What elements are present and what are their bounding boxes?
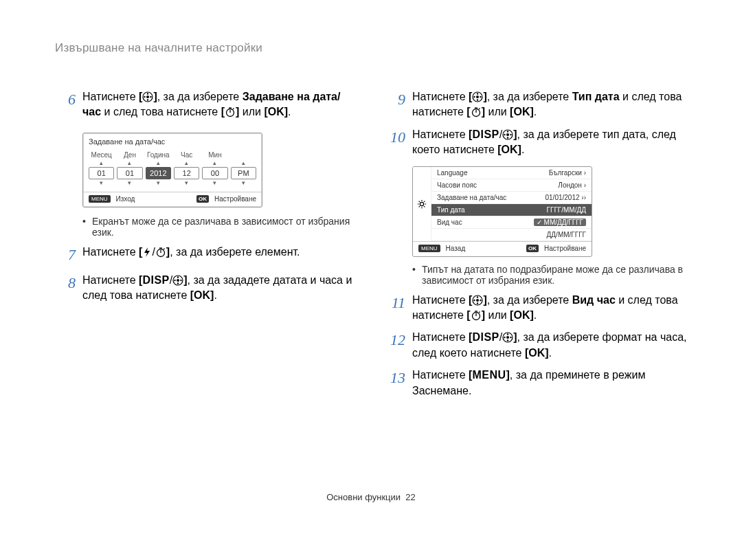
- k: Тип дата: [437, 206, 465, 214]
- step-text: Натиснете [], за да изберете Тип дата и …: [412, 89, 687, 120]
- step-8: 8 Натиснете [DISP/], за да зададете дата…: [55, 273, 357, 304]
- settings-screen: LanguageБългарски › Часови поясЛондон › …: [412, 166, 592, 257]
- t: и след това натиснете: [101, 106, 221, 117]
- lbl: Година: [146, 151, 171, 159]
- disp-icon: DISP: [472, 331, 499, 343]
- t: .: [534, 309, 537, 321]
- step-number: 13: [385, 368, 412, 399]
- set-label: Настройване: [544, 245, 586, 252]
- svg-point-58: [507, 340, 508, 341]
- t: , за да изберете: [487, 91, 572, 102]
- t: Натиснете: [412, 369, 469, 381]
- svg-line-41: [419, 201, 420, 201]
- v: 12: [174, 167, 199, 179]
- svg-point-19: [180, 279, 181, 280]
- left-column: 6 Натиснете [], за да изберете Задаване …: [55, 82, 357, 405]
- svg-line-54: [479, 311, 480, 313]
- k: Часови пояс: [437, 181, 477, 189]
- step-number: 8: [55, 273, 82, 304]
- screen-title: Задаване на дата/час: [83, 133, 262, 147]
- timer-icon: [155, 247, 166, 258]
- step-7: 7 Натиснете [/], за да изберете елемент.: [55, 245, 357, 266]
- t: , за да изберете: [487, 294, 572, 306]
- flower-icon: [502, 332, 513, 343]
- svg-point-36: [420, 202, 423, 205]
- note-text: Екранът може да се различава в зависимос…: [92, 216, 357, 238]
- flower-icon: [472, 295, 483, 306]
- svg-point-17: [177, 282, 179, 284]
- menu-chip: MENU: [418, 245, 440, 252]
- spin-month[interactable]: ▴01▾: [89, 160, 114, 186]
- flower-icon: [142, 91, 153, 102]
- t: Натиснете: [412, 294, 469, 306]
- v: 01: [89, 167, 114, 179]
- disp-icon: DISP: [472, 128, 499, 140]
- timer-icon: [471, 107, 482, 117]
- datetime-screen: Задаване на дата/час Месец Ден Година Ча…: [82, 133, 262, 208]
- footer-section: Основни функции: [326, 492, 401, 502]
- t: .: [521, 144, 524, 155]
- step-number: 7: [55, 245, 82, 266]
- svg-point-1: [146, 96, 149, 98]
- screen-footer: MENU Изход OK Настройване: [83, 192, 262, 207]
- svg-point-4: [144, 96, 146, 98]
- manual-page: Извършване на началните настройки 6 Нати…: [0, 0, 742, 519]
- row-opt3[interactable]: ДД/ММ/ГГГГ: [431, 229, 592, 241]
- svg-point-48: [477, 302, 478, 304]
- flower-icon: [502, 129, 513, 140]
- disp-icon: DISP: [142, 274, 169, 286]
- step-6: 6 Натиснете [], за да изберете Задаване …: [55, 89, 357, 120]
- t: Натиснете: [82, 274, 139, 286]
- ok-icon: OK: [502, 144, 518, 155]
- svg-point-60: [510, 337, 511, 338]
- svg-line-43: [419, 206, 420, 207]
- spin-hour[interactable]: ▴12▾: [174, 160, 199, 186]
- svg-point-57: [507, 334, 508, 335]
- footer-page: 22: [405, 492, 415, 502]
- v: 01/01/2012 ››: [546, 194, 587, 201]
- svg-point-22: [477, 93, 478, 94]
- v: ГГГГ/ММ/ДД: [547, 206, 586, 214]
- spin-min[interactable]: ▴00▾: [202, 160, 227, 186]
- svg-point-34: [504, 134, 505, 135]
- step-text: Натиснете [MENU], за да преминете в режи…: [412, 368, 687, 399]
- row-datetype[interactable]: Тип датаГГГГ/ММ/ДД: [431, 204, 592, 216]
- svg-point-35: [510, 134, 511, 135]
- ok-icon: OK: [528, 347, 545, 359]
- bold: Тип дата: [572, 91, 620, 102]
- ok-icon: OK: [513, 106, 530, 117]
- svg-point-18: [174, 279, 175, 280]
- v: ДД/ММ/ГГГГ: [547, 231, 586, 238]
- v: Лондон ›: [558, 181, 586, 189]
- lbl: Ден: [117, 151, 142, 159]
- step-text: Натиснете [], за да изберете Вид час и с…: [412, 293, 687, 324]
- page-footer: Основни функции 22: [0, 478, 742, 502]
- spin-year[interactable]: ▴2012▾: [146, 160, 171, 186]
- screen-footer: MENU Назад OK Настройване: [413, 241, 592, 256]
- svg-point-46: [476, 299, 479, 302]
- row-language[interactable]: LanguageБългарски ›: [431, 167, 592, 179]
- two-columns: 6 Натиснете [], за да изберете Задаване …: [55, 82, 687, 405]
- svg-point-50: [480, 299, 482, 300]
- exit-label: Изход: [116, 195, 135, 203]
- svg-point-3: [147, 99, 148, 100]
- ok-icon: OK: [513, 309, 530, 321]
- row-datetime[interactable]: Задаване на дата/час01/01/2012 ››: [431, 192, 592, 204]
- t: Натиснете: [412, 91, 469, 102]
- spin-ampm[interactable]: ▴PM▾: [231, 160, 256, 186]
- t: , за да изберете елемент.: [170, 246, 300, 258]
- svg-point-25: [480, 96, 482, 98]
- svg-line-29: [479, 109, 480, 110]
- row-timetype[interactable]: Вид часММ/ДД/ГГГГ: [431, 216, 592, 229]
- t: .: [549, 347, 552, 359]
- spin-day[interactable]: ▴01▾: [117, 160, 142, 186]
- v: PM: [231, 167, 256, 179]
- svg-point-21: [476, 96, 479, 98]
- row-timezone[interactable]: Часови поясЛондон ›: [431, 179, 592, 192]
- svg-point-47: [477, 296, 478, 298]
- svg-point-16: [177, 276, 179, 278]
- t: .: [214, 289, 216, 301]
- step-number: 12: [385, 330, 412, 361]
- svg-point-33: [507, 137, 508, 138]
- step-number: 10: [385, 127, 412, 158]
